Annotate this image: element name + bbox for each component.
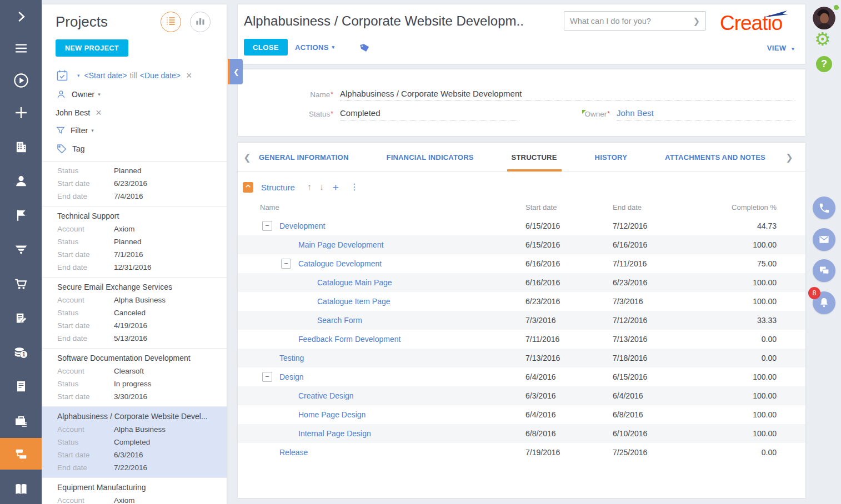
structure-row[interactable]: − Catalogue Development 6/16/2016 7/11/2… (238, 254, 805, 273)
status-field-value[interactable]: Completed (340, 108, 519, 120)
search-box[interactable]: ❯ (564, 11, 706, 31)
project-list-item[interactable]: Equipment Manufacturing AccountAxiomStat… (42, 477, 227, 504)
filter-label[interactable]: Filter (71, 126, 88, 135)
structure-row[interactable]: − Creative Design 6/3/2016 6/4/2016 100.… (238, 386, 805, 405)
structure-item-link[interactable]: Catalogue Development (298, 259, 382, 268)
tab-history[interactable]: HISTORY (594, 143, 628, 172)
structure-item-link[interactable]: Home Page Design (298, 410, 366, 419)
hamburger-icon[interactable] (0, 32, 42, 64)
user-avatar[interactable] (813, 7, 835, 29)
project-list-item[interactable]: Software Documentation Development Accou… (42, 348, 227, 406)
envelope-icon[interactable] (813, 228, 835, 251)
calendar-caret-icon[interactable]: ▾ (77, 73, 80, 78)
structure-item-link[interactable]: Catalogue Main Page (317, 278, 392, 287)
clear-date-filter-icon[interactable]: × (186, 70, 192, 80)
actions-button[interactable]: ACTIONS ▾ (295, 39, 334, 56)
structure-row[interactable]: − Home Page Design 6/4/2016 6/8/2016 100… (238, 405, 805, 424)
cart-icon[interactable] (0, 268, 42, 300)
tree-collapse-toggle[interactable]: − (262, 221, 272, 231)
structure-item-link[interactable]: Search Form (317, 316, 362, 325)
tab-general-information[interactable]: GENERAL INFORMATION (258, 143, 349, 172)
search-go-icon[interactable]: ❯ (693, 16, 700, 26)
project-name[interactable]: Equipment Manufacturing (57, 481, 221, 494)
column-completion[interactable]: Completion % (732, 203, 777, 211)
analytics-view-button[interactable] (190, 12, 211, 32)
building-icon[interactable] (0, 131, 42, 163)
name-field-value[interactable]: Alphabusiness / Corporate Website Develo… (340, 89, 795, 101)
document-icon[interactable] (0, 370, 42, 402)
project-list-item[interactable]: Alphabusiness / Corporate Website Devel.… (42, 406, 227, 477)
owner-caret-icon[interactable]: ▾ (98, 92, 101, 97)
structure-item-link[interactable]: Development (279, 221, 326, 230)
tabs-scroll-left-icon[interactable]: ❮ (239, 143, 256, 172)
add-record-icon[interactable]: + (333, 182, 339, 193)
column-end-date[interactable]: End date (613, 203, 642, 211)
filter-caret-icon[interactable]: ▾ (91, 128, 94, 133)
structure-row[interactable]: − Design 6/4/2016 6/15/2016 100.00 (238, 367, 805, 386)
chat-icon[interactable] (813, 259, 835, 282)
start-date-filter[interactable]: <Start date> (84, 71, 127, 80)
project-name[interactable]: Technical Support (57, 209, 221, 223)
structure-item-link[interactable]: Internal Page Design (298, 429, 371, 438)
phone-icon[interactable] (813, 196, 835, 219)
structure-item-link[interactable]: Catalogue Item Page (317, 297, 391, 306)
structure-item-link[interactable]: Creative Design (298, 391, 354, 400)
flow-icon[interactable] (0, 438, 42, 470)
project-name[interactable]: Secure Email Exchange Services (57, 280, 221, 294)
structure-detail-title[interactable]: Structure (261, 183, 295, 192)
settings-gear-icon[interactable]: ⚙ (814, 30, 831, 48)
structure-row[interactable]: − Catalogue Main Page 6/16/2016 6/23/201… (238, 273, 805, 292)
project-list-item[interactable]: Secure Email Exchange Services AccountAl… (42, 277, 227, 348)
owner-filter-label[interactable]: Owner (72, 90, 94, 99)
tag-label[interactable]: Tag (72, 144, 85, 153)
briefcase-icon[interactable] (0, 405, 42, 437)
project-name[interactable]: Software Documentation Development (57, 351, 221, 365)
view-button[interactable]: VIEW ▾ (767, 44, 794, 52)
structure-item-link[interactable]: Feedback Form Development (298, 335, 401, 344)
flag-icon[interactable] (0, 199, 42, 231)
project-list-item[interactable]: StatusPlannedStart date6/23/2016End date… (42, 161, 227, 206)
structure-row[interactable]: − Development 6/15/2016 7/12/2016 44.73 (238, 216, 805, 235)
list-view-button[interactable] (161, 12, 181, 32)
search-input[interactable] (570, 17, 693, 26)
calendar-check-icon[interactable] (56, 69, 69, 82)
tab-financial-indicators[interactable]: FINANCIAL INDICATORS (385, 143, 474, 172)
column-name[interactable]: Name (260, 203, 279, 211)
close-button[interactable]: CLOSE (244, 39, 288, 56)
structure-item-link[interactable]: Design (279, 372, 304, 381)
document-pen-icon[interactable] (0, 303, 42, 334)
plus-icon[interactable] (0, 97, 42, 128)
structure-row[interactable]: − Testing 7/13/2016 7/18/2016 0.00 (238, 349, 805, 367)
coins-icon[interactable]: 1 (0, 336, 42, 368)
structure-row[interactable]: − Catalogue Item Page 6/23/2016 7/3/2016… (238, 292, 805, 311)
structure-item-link[interactable]: Release (279, 448, 308, 457)
person-icon[interactable] (0, 165, 42, 196)
structure-row[interactable]: − Main Page Development 6/15/2016 6/16/2… (238, 235, 805, 254)
detail-menu-icon[interactable]: ⋮ (350, 183, 359, 191)
tree-collapse-toggle[interactable]: − (262, 372, 272, 382)
owner-field-value[interactable]: John Best (617, 108, 795, 120)
new-project-button[interactable]: NEW PROJECT (56, 39, 128, 57)
structure-row[interactable]: − Internal Page Design 6/8/2016 6/10/201… (238, 424, 805, 443)
tree-collapse-toggle[interactable]: − (281, 259, 291, 269)
clear-owner-filter-icon[interactable]: × (96, 108, 102, 118)
tab-attachments-and-notes[interactable]: ATTACHMENTS AND NOTES (664, 143, 767, 172)
collapse-panel-handle[interactable]: ❮ (228, 59, 243, 84)
tab-structure[interactable]: STRUCTURE (510, 143, 558, 172)
structure-row[interactable]: − Release 7/19/2016 7/25/2016 0.00 (238, 443, 805, 462)
project-name[interactable]: Alphabusiness / Corporate Website Devel.… (57, 410, 221, 423)
funnel-icon[interactable] (0, 234, 42, 265)
column-start-date[interactable]: Start date (525, 203, 557, 211)
due-date-filter[interactable]: <Due date> (140, 71, 181, 80)
structure-row[interactable]: − Search Form 7/3/2016 7/12/2016 33.33 (238, 311, 805, 330)
help-icon[interactable]: ? (816, 56, 832, 72)
tabs-scroll-right-icon[interactable]: ❯ (781, 143, 798, 172)
move-down-icon[interactable]: ↓ (319, 183, 324, 191)
book-icon[interactable] (0, 473, 42, 504)
structure-row[interactable]: − Feedback Form Development 7/11/2016 7/… (238, 330, 805, 349)
chevron-right-icon[interactable] (0, 1, 42, 32)
project-list-item[interactable]: Technical Support AccountAxiomStatusPlan… (42, 206, 227, 277)
move-up-icon[interactable]: ↑ (307, 183, 312, 191)
tag-record-icon[interactable] (359, 42, 371, 56)
structure-item-link[interactable]: Testing (279, 354, 304, 362)
